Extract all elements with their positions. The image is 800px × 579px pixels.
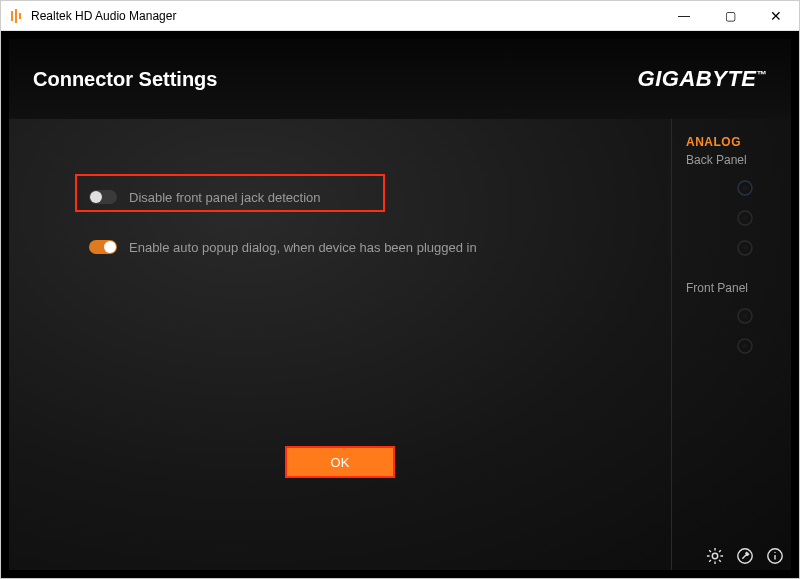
gear-icon[interactable]	[705, 546, 725, 566]
setting-auto-popup: Enable auto popup dialog, when device ha…	[89, 229, 671, 265]
main-panel: Disable front panel jack detection Enabl…	[9, 119, 671, 570]
jack-icon[interactable]	[736, 307, 754, 325]
svg-point-6	[743, 216, 748, 221]
sidebar: ANALOG Back Panel Front Panel	[671, 119, 791, 570]
setting-label: Disable front panel jack detection	[129, 190, 321, 205]
toggle-knob	[104, 241, 116, 253]
ok-button-label: OK	[331, 455, 350, 470]
info-icon[interactable]	[765, 546, 785, 566]
client-area: Connector Settings GIGABYTE™ Disable fro…	[1, 31, 799, 578]
footer-icons	[705, 546, 785, 566]
jack-icon[interactable]	[736, 337, 754, 355]
jack-icon[interactable]	[736, 179, 754, 197]
svg-rect-2	[19, 13, 21, 19]
svg-point-12	[743, 344, 748, 349]
jack-icon[interactable]	[736, 209, 754, 227]
sidebar-heading: ANALOG	[686, 135, 791, 149]
ok-button[interactable]: OK	[285, 446, 395, 478]
header: Connector Settings GIGABYTE™	[9, 39, 791, 119]
svg-point-13	[712, 553, 717, 558]
toggle-auto-popup[interactable]	[89, 240, 117, 254]
brand-text: GIGABYTE	[638, 66, 757, 91]
setting-label: Enable auto popup dialog, when device ha…	[129, 240, 477, 255]
maximize-button[interactable]: ▢	[707, 1, 753, 30]
close-button[interactable]: ✕	[753, 1, 799, 30]
ok-button-container: OK	[9, 446, 671, 478]
setting-disable-front-jack: Disable front panel jack detection	[89, 179, 671, 215]
close-icon: ✕	[770, 8, 782, 24]
svg-point-8	[743, 246, 748, 251]
brand-logo: GIGABYTE™	[638, 66, 767, 92]
settings-list: Disable front panel jack detection Enabl…	[9, 179, 671, 265]
toggle-knob	[90, 191, 102, 203]
minimize-button[interactable]: —	[661, 1, 707, 30]
svg-rect-1	[15, 9, 17, 23]
app-window: Realtek HD Audio Manager — ▢ ✕ Connector…	[0, 0, 800, 579]
svg-point-17	[774, 552, 775, 553]
svg-rect-0	[11, 11, 13, 21]
window-controls: — ▢ ✕	[661, 1, 799, 30]
page-title: Connector Settings	[33, 68, 217, 91]
back-panel-label: Back Panel	[686, 153, 791, 167]
app-icon	[9, 8, 25, 24]
minimize-icon: —	[678, 9, 690, 23]
svg-point-4	[743, 186, 748, 191]
tool-icon[interactable]	[735, 546, 755, 566]
maximize-icon: ▢	[725, 9, 736, 23]
toggle-disable-front-jack[interactable]	[89, 190, 117, 204]
front-panel-label: Front Panel	[686, 281, 791, 295]
titlebar[interactable]: Realtek HD Audio Manager — ▢ ✕	[1, 1, 799, 31]
window-title: Realtek HD Audio Manager	[31, 9, 176, 23]
jack-icon[interactable]	[736, 239, 754, 257]
svg-point-10	[743, 314, 748, 319]
brand-tm: ™	[757, 69, 768, 80]
body: Disable front panel jack detection Enabl…	[9, 119, 791, 570]
